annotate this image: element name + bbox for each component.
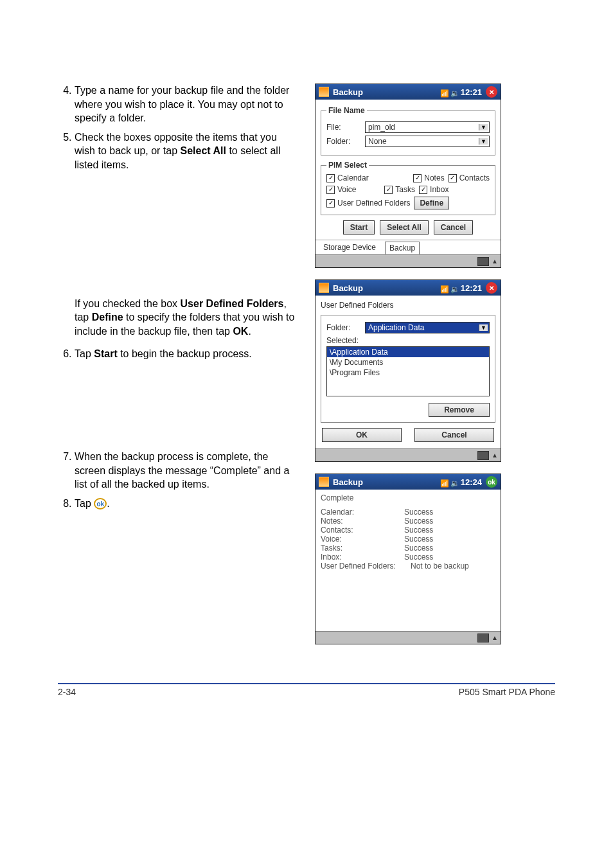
tab-strip: Storage Device Backup [315,240,501,254]
screenshot-complete: Backup 12:24 ok Complete Calendar:Succes… [315,474,501,644]
bottom-bar: ▲ [315,448,501,461]
result-val: Success [404,553,433,562]
signal-icon [440,284,448,292]
step-8-c: . [107,498,109,509]
chk-label: Notes [424,173,444,182]
page-footer: 2-34 P505 Smart PDA Phone [58,683,555,697]
pim-select-fieldset: PIM Select ✓Calendar ✓Notes ✓Contacts ✓V… [321,161,495,215]
list-item[interactable]: \Program Files [327,368,489,378]
note-a: If you checked the box [75,298,181,309]
udf-fieldset: Folder: Application Data ▼ Selected: \Ap… [321,315,495,423]
step-6-b: Start [94,348,117,359]
result-val: Success [404,535,433,544]
result-row: Voice:Success [321,535,495,544]
result-key: Notes: [321,517,404,526]
udf-folder-combo[interactable]: Application Data ▼ [365,322,490,333]
note-g: . [248,326,251,337]
tab-storage-device[interactable]: Storage Device [319,242,380,254]
step-8-a: Tap [75,498,94,509]
chk-label: Tasks [395,185,415,194]
udf-heading: User Defined Folders [321,301,495,310]
titlebar: Backup 12:21 ✕ [315,280,501,296]
start-button[interactable]: Start [343,220,375,235]
window-title: Backup [333,477,363,487]
sound-icon [450,478,458,486]
ok-icon[interactable]: ok [486,476,497,488]
filename-fieldset: File Name File: pim_old ▼ Folder: None [321,106,495,155]
app-icon [319,283,329,293]
result-row: Inbox:Success [321,553,495,562]
result-key: Contacts: [321,526,404,535]
checkbox-contacts[interactable]: ✓Contacts [449,173,490,182]
result-key: Voice: [321,535,404,544]
chevron-down-icon[interactable]: ▼ [479,124,488,130]
instruction-column: Type a name for your backup file and the… [58,84,296,644]
chk-label: Voice [337,185,356,194]
file-value: pim_old [368,123,395,132]
keyboard-icon[interactable] [477,451,489,460]
checkbox-notes[interactable]: ✓Notes [413,173,444,182]
sound-icon [450,284,458,292]
status-icons: 12:21 [440,283,482,293]
chk-label: User Defined Folders [337,199,410,208]
selected-listbox[interactable]: \Application Data \My Documents \Program… [326,346,490,396]
result-val: Success [404,508,433,517]
checkbox-user-defined-folders[interactable]: ✓User Defined Folders [326,199,410,208]
checkbox-tasks[interactable]: ✓Tasks [384,185,415,194]
list-item[interactable]: \Application Data [327,347,489,357]
ok-button[interactable]: OK [322,428,402,442]
note-ok: OK [233,326,248,337]
checkbox-calendar[interactable]: ✓Calendar [326,173,369,182]
cancel-button[interactable]: Cancel [434,220,473,235]
step-6: Tap Start to begin the backup process. [75,347,296,445]
chk-label: Contacts [459,173,490,182]
window-title: Backup [333,87,363,97]
complete-heading: Complete [321,493,495,502]
result-row: Contacts:Success [321,526,495,535]
cancel-button[interactable]: Cancel [414,428,494,442]
close-icon[interactable]: ✕ [486,86,497,98]
result-key: Tasks: [321,544,404,553]
signal-icon [440,88,448,96]
remove-button[interactable]: Remove [429,403,490,417]
status-icons: 12:24 [440,477,482,487]
clock-text: 12:21 [461,283,482,293]
clock-text: 12:24 [461,477,482,487]
sip-up-icon[interactable]: ▲ [492,452,498,459]
pim-legend: PIM Select [326,161,369,170]
checkbox-inbox[interactable]: ✓Inbox [419,185,449,194]
result-val: Success [404,544,433,553]
list-item[interactable]: \My Documents [327,357,489,368]
file-combo[interactable]: pim_old ▼ [365,121,490,133]
result-row: Notes:Success [321,517,495,526]
keyboard-icon[interactable] [477,257,489,266]
ok-badge-icon: ok [94,498,107,509]
checkbox-voice[interactable]: ✓Voice [326,185,356,194]
result-row: Tasks:Success [321,544,495,553]
sip-up-icon[interactable]: ▲ [492,258,498,265]
window-title: Backup [333,283,363,293]
step-5: Check the boxes opposite the items that … [75,130,296,339]
chevron-down-icon[interactable]: ▼ [479,138,488,145]
result-key: Inbox: [321,553,404,562]
folder-combo[interactable]: None ▼ [365,136,490,147]
sip-up-icon[interactable]: ▲ [492,634,498,641]
define-button[interactable]: Define [414,197,449,209]
result-val: Not to be backup [411,562,469,571]
select-all-button[interactable]: Select All [380,220,429,235]
result-key: User Defined Folders: [321,562,411,571]
folder-value: None [368,137,387,146]
screenshot-user-defined-folders: Backup 12:21 ✕ User Defined Folders Fold… [315,279,501,462]
step-4: Type a name for your backup file and the… [75,84,296,125]
keyboard-icon[interactable] [477,633,489,642]
step-6-c: to begin the backup process. [118,348,252,359]
filename-legend: File Name [326,106,367,115]
close-icon[interactable]: ✕ [486,282,497,294]
app-icon [319,477,329,487]
signal-icon [440,478,448,486]
screenshot-backup-main: Backup 12:21 ✕ File Name File: [315,84,501,268]
app-icon [319,87,329,97]
chevron-down-icon[interactable]: ▼ [479,324,488,331]
tab-backup[interactable]: Backup [385,242,420,254]
screenshot-column: Backup 12:21 ✕ File Name File: [315,84,555,644]
